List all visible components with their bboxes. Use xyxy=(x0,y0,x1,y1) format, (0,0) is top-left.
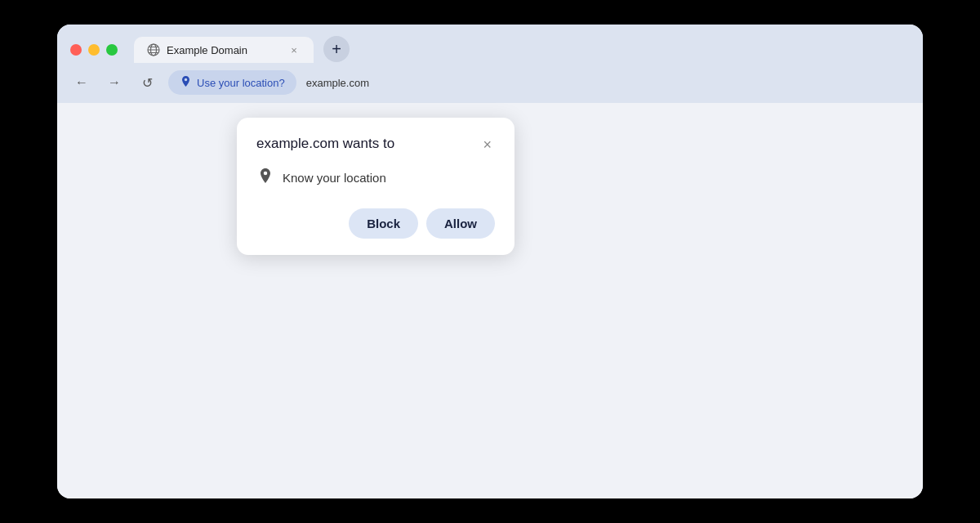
maximize-button[interactable] xyxy=(106,44,118,56)
forward-button[interactable]: → xyxy=(103,71,126,94)
minimize-button[interactable] xyxy=(88,44,100,56)
address-bar: Use your location? example.com xyxy=(168,70,910,95)
permission-label: Know your location xyxy=(283,171,386,185)
new-tab-button[interactable]: + xyxy=(323,36,350,62)
location-icon xyxy=(256,167,274,189)
popup-permission-row: Know your location xyxy=(256,167,495,189)
url-display: example.com xyxy=(306,77,369,89)
back-button[interactable]: ← xyxy=(70,71,93,94)
allow-button[interactable]: Allow xyxy=(426,208,495,239)
popup-actions: Block Allow xyxy=(256,208,495,239)
tab-title: Example Domain xyxy=(167,44,281,56)
location-prompt-icon xyxy=(180,75,192,90)
block-button[interactable]: Block xyxy=(349,208,418,239)
browser-tab[interactable]: Example Domain × xyxy=(134,37,314,63)
traffic-lights xyxy=(70,44,118,56)
toolbar: ← → ↺ Use your location? example.com xyxy=(57,64,923,103)
tab-globe-icon xyxy=(147,43,160,56)
browser-window: Example Domain × + ← → ↺ Use your locati… xyxy=(57,25,923,498)
permission-popup: example.com wants to × Know your locatio… xyxy=(237,118,514,255)
popup-title: example.com wants to xyxy=(256,136,394,152)
popup-header: example.com wants to × xyxy=(256,136,495,154)
location-prompt-chip[interactable]: Use your location? xyxy=(168,70,296,95)
popup-close-button[interactable]: × xyxy=(479,136,495,154)
title-bar: Example Domain × + xyxy=(57,25,923,64)
tab-close-button[interactable]: × xyxy=(287,43,301,56)
close-button[interactable] xyxy=(70,44,82,56)
location-prompt-text: Use your location? xyxy=(197,77,285,89)
reload-button[interactable]: ↺ xyxy=(136,71,158,94)
page-content: example.com wants to × Know your locatio… xyxy=(57,103,923,498)
